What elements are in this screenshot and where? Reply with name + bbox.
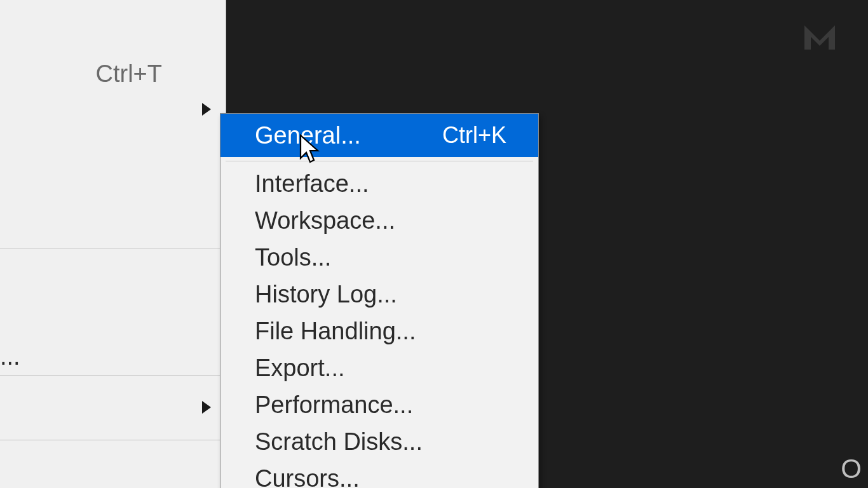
submenu-item-label: General... — [255, 122, 361, 149]
submenu-item-shortcut: Ctrl+K — [442, 122, 506, 149]
submenu-item-label: Cursors... — [255, 465, 360, 489]
menu-divider — [0, 440, 226, 440]
submenu-item-label: File Handling... — [255, 318, 416, 345]
submenu-item-label: Workspace... — [255, 207, 395, 234]
submenu-item-label: Scratch Disks... — [255, 428, 423, 456]
partial-text-bottom-right: O — [841, 454, 862, 484]
submenu-item-tools[interactable]: Tools... — [220, 239, 538, 276]
menu-divider — [0, 248, 226, 248]
submenu-item-label: Performance... — [255, 391, 413, 419]
app-logo-icon — [802, 23, 837, 59]
preferences-submenu: General... Ctrl+K Interface... Workspace… — [220, 113, 539, 488]
truncated-menu-text: ... — [0, 343, 20, 370]
menu-shortcut-label: Ctrl+T — [96, 60, 163, 88]
submenu-item-cursors[interactable]: Cursors... — [220, 460, 538, 488]
submenu-item-label: Export... — [255, 355, 345, 382]
submenu-item-performance[interactable]: Performance... — [220, 386, 538, 423]
submenu-item-interface[interactable]: Interface... — [220, 165, 538, 202]
submenu-item-general[interactable]: General... Ctrl+K — [220, 114, 538, 157]
submenu-item-file-handling[interactable]: File Handling... — [220, 313, 538, 349]
menu-divider — [0, 375, 226, 376]
submenu-arrow-icon — [202, 103, 211, 116]
submenu-item-scratch-disks[interactable]: Scratch Disks... — [220, 423, 538, 460]
submenu-item-history-log[interactable]: History Log... — [220, 276, 538, 313]
submenu-item-label: History Log... — [255, 281, 397, 308]
submenu-arrow-icon — [202, 401, 211, 414]
parent-menu: Ctrl+T ... — [0, 0, 226, 488]
submenu-item-workspace[interactable]: Workspace... — [220, 202, 538, 239]
submenu-divider — [226, 161, 533, 161]
submenu-item-label: Interface... — [255, 170, 369, 198]
submenu-item-label: Tools... — [255, 244, 331, 271]
submenu-item-export[interactable]: Export... — [220, 349, 538, 386]
